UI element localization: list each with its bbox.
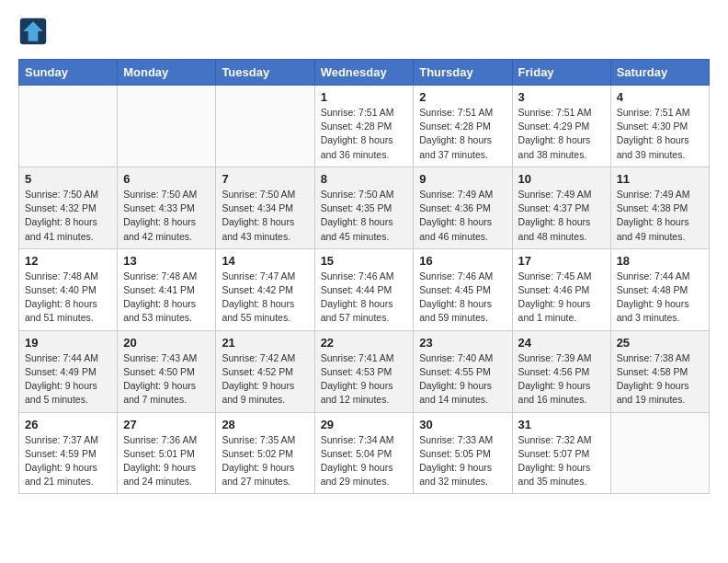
calendar-cell: 9Sunrise: 7:49 AM Sunset: 4:36 PM Daylig…: [414, 167, 512, 248]
calendar-table: SundayMondayTuesdayWednesdayThursdayFrid…: [18, 59, 710, 494]
day-info: Sunrise: 7:41 AM Sunset: 4:53 PM Dayligh…: [321, 351, 408, 408]
day-info: Sunrise: 7:34 AM Sunset: 5:04 PM Dayligh…: [321, 433, 408, 489]
day-info: Sunrise: 7:50 AM Sunset: 4:32 PM Dayligh…: [25, 188, 111, 244]
day-info: Sunrise: 7:49 AM Sunset: 4:37 PM Dayligh…: [518, 188, 605, 244]
calendar-week-row: 5Sunrise: 7:50 AM Sunset: 4:32 PM Daylig…: [19, 167, 710, 248]
calendar-header-row: SundayMondayTuesdayWednesdayThursdayFrid…: [19, 60, 710, 86]
calendar-cell: 22Sunrise: 7:41 AM Sunset: 4:53 PM Dayli…: [314, 330, 414, 412]
day-of-week-header: Wednesday: [314, 60, 414, 86]
calendar-cell: 6Sunrise: 7:50 AM Sunset: 4:33 PM Daylig…: [118, 167, 216, 248]
day-info: Sunrise: 7:44 AM Sunset: 4:49 PM Dayligh…: [25, 351, 111, 408]
calendar-cell: 15Sunrise: 7:46 AM Sunset: 4:44 PM Dayli…: [314, 248, 414, 330]
calendar-cell: 12Sunrise: 7:48 AM Sunset: 4:40 PM Dayli…: [19, 248, 118, 330]
calendar-cell: 31Sunrise: 7:32 AM Sunset: 5:07 PM Dayli…: [512, 412, 610, 494]
day-info: Sunrise: 7:33 AM Sunset: 5:05 PM Dayligh…: [419, 433, 506, 489]
calendar-cell: [216, 86, 314, 167]
day-number: 21: [222, 336, 308, 350]
day-info: Sunrise: 7:51 AM Sunset: 4:28 PM Dayligh…: [321, 106, 408, 162]
calendar-cell: 28Sunrise: 7:35 AM Sunset: 5:02 PM Dayli…: [216, 412, 314, 494]
calendar-cell: 13Sunrise: 7:48 AM Sunset: 4:41 PM Dayli…: [118, 248, 216, 330]
calendar-cell: 27Sunrise: 7:36 AM Sunset: 5:01 PM Dayli…: [118, 412, 216, 494]
day-number: 13: [123, 254, 210, 268]
calendar-cell: 4Sunrise: 7:51 AM Sunset: 4:30 PM Daylig…: [610, 86, 709, 167]
calendar-cell: [19, 86, 118, 167]
day-info: Sunrise: 7:46 AM Sunset: 4:44 PM Dayligh…: [321, 270, 408, 326]
day-number: 2: [419, 90, 506, 104]
day-number: 26: [25, 418, 111, 431]
calendar-cell: 5Sunrise: 7:50 AM Sunset: 4:32 PM Daylig…: [19, 167, 118, 248]
calendar-cell: 29Sunrise: 7:34 AM Sunset: 5:04 PM Dayli…: [314, 412, 414, 494]
day-of-week-header: Tuesday: [216, 60, 314, 86]
day-info: Sunrise: 7:50 AM Sunset: 4:35 PM Dayligh…: [321, 188, 408, 244]
day-info: Sunrise: 7:32 AM Sunset: 5:07 PM Dayligh…: [518, 433, 605, 489]
calendar-cell: 18Sunrise: 7:44 AM Sunset: 4:48 PM Dayli…: [610, 248, 709, 330]
day-number: 31: [518, 418, 605, 431]
calendar-cell: 11Sunrise: 7:49 AM Sunset: 4:38 PM Dayli…: [610, 167, 709, 248]
day-info: Sunrise: 7:48 AM Sunset: 4:40 PM Dayligh…: [25, 270, 111, 326]
calendar-cell: 26Sunrise: 7:37 AM Sunset: 4:59 PM Dayli…: [19, 412, 118, 494]
day-info: Sunrise: 7:44 AM Sunset: 4:48 PM Dayligh…: [617, 270, 703, 326]
day-info: Sunrise: 7:50 AM Sunset: 4:34 PM Dayligh…: [222, 188, 308, 244]
day-info: Sunrise: 7:38 AM Sunset: 4:58 PM Dayligh…: [617, 351, 703, 408]
day-info: Sunrise: 7:51 AM Sunset: 4:30 PM Dayligh…: [617, 106, 703, 162]
page: SundayMondayTuesdayWednesdayThursdayFrid…: [0, 0, 728, 511]
day-number: 16: [419, 254, 506, 268]
calendar-week-row: 26Sunrise: 7:37 AM Sunset: 4:59 PM Dayli…: [19, 412, 710, 494]
calendar-cell: 16Sunrise: 7:46 AM Sunset: 4:45 PM Dayli…: [414, 248, 512, 330]
day-info: Sunrise: 7:35 AM Sunset: 5:02 PM Dayligh…: [222, 433, 308, 489]
day-info: Sunrise: 7:39 AM Sunset: 4:56 PM Dayligh…: [518, 351, 605, 408]
calendar-cell: 3Sunrise: 7:51 AM Sunset: 4:29 PM Daylig…: [512, 86, 610, 167]
day-number: 29: [321, 418, 408, 431]
day-info: Sunrise: 7:36 AM Sunset: 5:01 PM Dayligh…: [123, 433, 210, 489]
day-number: 22: [321, 336, 408, 350]
calendar-cell: 19Sunrise: 7:44 AM Sunset: 4:49 PM Dayli…: [19, 330, 118, 412]
day-number: 23: [419, 336, 506, 350]
calendar-cell: 21Sunrise: 7:42 AM Sunset: 4:52 PM Dayli…: [216, 330, 314, 412]
day-info: Sunrise: 7:49 AM Sunset: 4:36 PM Dayligh…: [419, 188, 506, 244]
day-number: 18: [617, 254, 703, 268]
day-info: Sunrise: 7:42 AM Sunset: 4:52 PM Dayligh…: [222, 351, 308, 408]
calendar-week-row: 1Sunrise: 7:51 AM Sunset: 4:28 PM Daylig…: [19, 86, 710, 167]
day-info: Sunrise: 7:51 AM Sunset: 4:28 PM Dayligh…: [419, 106, 506, 162]
calendar-cell: 7Sunrise: 7:50 AM Sunset: 4:34 PM Daylig…: [216, 167, 314, 248]
day-number: 8: [321, 172, 408, 186]
calendar-cell: 10Sunrise: 7:49 AM Sunset: 4:37 PM Dayli…: [512, 167, 610, 248]
day-info: Sunrise: 7:50 AM Sunset: 4:33 PM Dayligh…: [123, 188, 210, 244]
logo: [18, 17, 51, 46]
day-number: 25: [617, 336, 703, 350]
day-number: 10: [518, 172, 605, 186]
calendar-cell: 23Sunrise: 7:40 AM Sunset: 4:55 PM Dayli…: [414, 330, 512, 412]
day-of-week-header: Monday: [118, 60, 216, 86]
day-number: 14: [222, 254, 308, 268]
day-of-week-header: Saturday: [610, 60, 709, 86]
calendar-cell: 30Sunrise: 7:33 AM Sunset: 5:05 PM Dayli…: [414, 412, 512, 494]
calendar-cell: 25Sunrise: 7:38 AM Sunset: 4:58 PM Dayli…: [610, 330, 709, 412]
day-info: Sunrise: 7:45 AM Sunset: 4:46 PM Dayligh…: [518, 270, 605, 326]
day-number: 1: [321, 90, 408, 104]
day-info: Sunrise: 7:40 AM Sunset: 4:55 PM Dayligh…: [419, 351, 506, 408]
calendar-cell: 1Sunrise: 7:51 AM Sunset: 4:28 PM Daylig…: [314, 86, 414, 167]
day-number: 11: [617, 172, 703, 186]
day-info: Sunrise: 7:37 AM Sunset: 4:59 PM Dayligh…: [25, 433, 111, 489]
header: [18, 17, 710, 46]
day-number: 27: [123, 418, 210, 431]
calendar-week-row: 19Sunrise: 7:44 AM Sunset: 4:49 PM Dayli…: [19, 330, 710, 412]
day-number: 20: [123, 336, 210, 350]
calendar-week-row: 12Sunrise: 7:48 AM Sunset: 4:40 PM Dayli…: [19, 248, 710, 330]
calendar-cell: 20Sunrise: 7:43 AM Sunset: 4:50 PM Dayli…: [118, 330, 216, 412]
day-of-week-header: Thursday: [414, 60, 512, 86]
day-info: Sunrise: 7:48 AM Sunset: 4:41 PM Dayligh…: [123, 270, 210, 326]
day-info: Sunrise: 7:46 AM Sunset: 4:45 PM Dayligh…: [419, 270, 506, 326]
logo-icon: [18, 17, 48, 46]
calendar-cell: [118, 86, 216, 167]
day-number: 6: [123, 172, 210, 186]
day-info: Sunrise: 7:47 AM Sunset: 4:42 PM Dayligh…: [222, 270, 308, 326]
calendar-cell: 17Sunrise: 7:45 AM Sunset: 4:46 PM Dayli…: [512, 248, 610, 330]
day-number: 19: [25, 336, 111, 350]
day-number: 24: [518, 336, 605, 350]
calendar-cell: 2Sunrise: 7:51 AM Sunset: 4:28 PM Daylig…: [414, 86, 512, 167]
day-info: Sunrise: 7:49 AM Sunset: 4:38 PM Dayligh…: [617, 188, 703, 244]
day-number: 7: [222, 172, 308, 186]
day-number: 4: [617, 90, 703, 104]
day-number: 17: [518, 254, 605, 268]
